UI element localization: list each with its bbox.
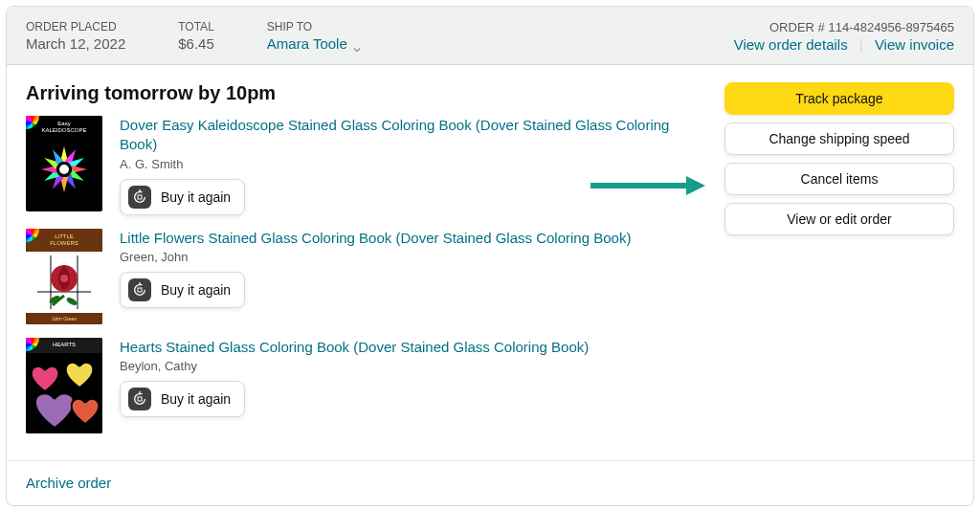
view-invoice-link[interactable]: View invoice <box>875 36 954 53</box>
track-package-button[interactable]: Track package <box>724 82 954 115</box>
buy-again-label: Buy it again <box>161 189 231 205</box>
order-header: ORDER PLACED March 12, 2022 TOTAL $6.45 … <box>7 7 973 65</box>
svg-point-10 <box>60 275 68 282</box>
chevron-down-icon <box>353 40 361 48</box>
total-label: TOTAL <box>178 20 214 33</box>
buy-again-icon <box>128 186 151 209</box>
order-item: LITTLEFLOWERS <box>26 229 696 324</box>
thumb-title-text: HEARTS <box>53 342 76 348</box>
order-number-col: ORDER # 114-4824956-8975465 View order d… <box>734 20 954 53</box>
thumb-title-text: LITTLEFLOWERS <box>50 233 78 246</box>
item-thumbnail[interactable]: LITTLEFLOWERS <box>26 229 102 324</box>
item-info: Hearts Stained Glass Coloring Book (Dove… <box>120 338 696 433</box>
thumb-author-text: John Green <box>26 313 102 324</box>
order-card: ORDER PLACED March 12, 2022 TOTAL $6.45 … <box>6 6 974 506</box>
buy-again-icon <box>128 278 151 301</box>
buy-again-label: Buy it again <box>161 282 231 298</box>
cancel-items-button[interactable]: Cancel items <box>724 163 954 195</box>
arriving-heading: Arriving tomorrow by 10pm <box>26 82 696 104</box>
order-actions-section: Track package Change shipping speed Canc… <box>724 82 954 447</box>
buy-again-icon <box>128 388 151 410</box>
flower-art-icon <box>26 252 102 313</box>
view-order-details-link[interactable]: View order details <box>734 36 848 53</box>
item-author: A. G. Smith <box>120 157 696 171</box>
item-thumbnail[interactable]: EasyKALEIDOSCOPE <box>26 116 102 211</box>
ship-to-col: SHIP TO Amara Toole <box>267 20 361 53</box>
order-item: EasyKALEIDOSCOPE <box>26 116 696 215</box>
order-body: Arriving tomorrow by 10pm EasyKALEIDOSCO… <box>7 65 973 460</box>
change-shipping-speed-button[interactable]: Change shipping speed <box>724 122 954 155</box>
item-title-link[interactable]: Dover Easy Kaleidoscope Stained Glass Co… <box>120 116 696 155</box>
svg-rect-11 <box>138 288 142 292</box>
svg-point-1 <box>59 165 69 174</box>
ship-to-dropdown[interactable]: Amara Toole <box>267 35 361 52</box>
order-item: HEARTS Hearts Stained Gla <box>26 338 696 433</box>
buy-again-label: Buy it again <box>161 391 231 407</box>
order-placed-value: March 12, 2022 <box>26 35 125 52</box>
item-info: Little Flowers Stained Glass Coloring Bo… <box>120 229 696 324</box>
svg-rect-13 <box>138 397 142 401</box>
total-col: TOTAL $6.45 <box>178 20 214 53</box>
buy-it-again-button[interactable]: Buy it again <box>120 179 245 215</box>
thumb-title-text: EasyKALEIDOSCOPE <box>41 121 86 133</box>
order-footer: Archive order <box>7 460 973 505</box>
item-title-link[interactable]: Hearts Stained Glass Coloring Book (Dove… <box>120 338 696 357</box>
item-title-link[interactable]: Little Flowers Stained Glass Coloring Bo… <box>120 229 696 248</box>
buy-it-again-button[interactable]: Buy it again <box>120 272 245 308</box>
item-thumbnail[interactable]: HEARTS <box>26 338 102 433</box>
hearts-art-icon <box>26 353 102 433</box>
item-info: Dover Easy Kaleidoscope Stained Glass Co… <box>120 116 696 215</box>
ship-to-label: SHIP TO <box>267 20 361 33</box>
kaleidoscope-art-icon <box>26 139 102 200</box>
view-or-edit-order-button[interactable]: View or edit order <box>724 203 954 235</box>
archive-order-link[interactable]: Archive order <box>26 475 111 491</box>
order-placed-label: ORDER PLACED <box>26 20 125 33</box>
link-divider: | <box>859 36 863 53</box>
order-items-section: Arriving tomorrow by 10pm EasyKALEIDOSCO… <box>26 82 696 447</box>
buy-it-again-button[interactable]: Buy it again <box>120 381 245 417</box>
svg-rect-2 <box>138 195 142 199</box>
order-number: ORDER # 114-4824956-8975465 <box>734 20 954 34</box>
ship-to-name: Amara Toole <box>267 35 347 52</box>
order-placed-col: ORDER PLACED March 12, 2022 <box>26 20 125 53</box>
total-value: $6.45 <box>178 35 214 52</box>
item-author: Beylon, Cathy <box>120 359 696 373</box>
item-author: Green, John <box>120 250 696 264</box>
